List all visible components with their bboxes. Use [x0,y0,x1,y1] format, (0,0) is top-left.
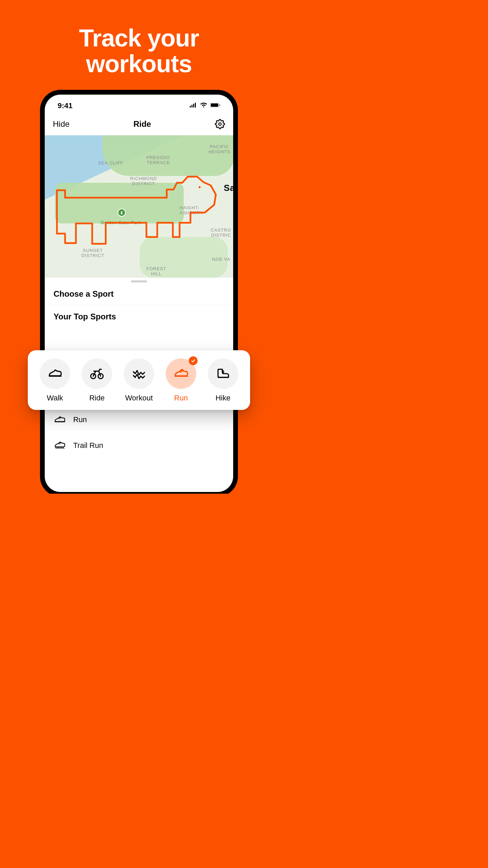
map-view[interactable]: SEA CLIFF PRESIDIO TERRACE PACIFIC HEIGH… [45,135,233,278]
sport-label: Walk [47,394,63,402]
foot-sport-label: Run [73,415,87,424]
hero-line-2: workouts [0,51,278,77]
status-bar: 9:41 [45,95,233,114]
top-sports-header: Your Top Sports [45,305,233,325]
shoe-icon [54,414,66,426]
sport-item-workout[interactable]: Workout [120,358,158,402]
svg-point-8 [199,186,201,188]
settings-button[interactable] [215,119,225,129]
route-path [45,135,233,278]
nav-title: Ride [134,119,151,129]
shoe-icon [47,366,62,381]
svg-rect-3 [195,103,196,107]
svg-rect-5 [211,103,218,107]
top-sports-bar: Walk Ride Workout Run Hike [28,350,250,410]
sport-label: Ride [89,394,104,402]
choose-sport-header: Choose a Sport [45,282,233,305]
cellular-icon [190,103,197,109]
pulse-icon [131,366,146,381]
svg-rect-2 [193,104,194,107]
battery-icon [210,103,220,109]
phone-frame: 9:41 Hide Ride [40,90,238,494]
sport-circle [124,358,154,389]
sport-item-run[interactable]: Run [162,358,200,402]
foot-sport-row-trail-run[interactable]: Trail Run [45,433,233,458]
check-badge-icon [189,356,198,365]
sport-circle [40,358,70,389]
hide-button[interactable]: Hide [53,119,69,129]
sport-label: Hike [216,394,230,402]
hero-line-1: Track your [0,25,278,51]
sport-circle [208,358,238,389]
choose-sport-title: Choose a Sport [54,289,224,299]
svg-rect-6 [219,104,220,106]
foot-sport-label: Trail Run [73,441,103,450]
svg-rect-1 [191,105,192,107]
sport-item-walk[interactable]: Walk [36,358,74,402]
sport-label: Run [174,394,188,402]
bike-icon [89,366,104,381]
status-icons [190,102,220,109]
top-sports-title: Your Top Sports [54,312,224,321]
foot-sport-row-run[interactable]: Run [45,407,233,433]
sport-circle [82,358,112,389]
boot-icon [216,366,230,381]
sport-item-ride[interactable]: Ride [78,358,116,402]
run-shoe-icon [173,366,189,381]
svg-rect-0 [190,106,191,107]
wifi-icon [200,102,207,109]
nav-bar: Hide Ride [45,114,233,135]
status-time: 9:41 [58,101,73,110]
trail-shoe-icon [54,439,66,452]
svg-point-7 [219,123,221,125]
sport-label: Workout [125,394,153,402]
hero-title: Track your workouts [0,0,278,77]
phone-screen: 9:41 Hide Ride [45,95,233,492]
gear-icon [215,119,225,129]
sport-item-hike[interactable]: Hike [204,358,242,402]
